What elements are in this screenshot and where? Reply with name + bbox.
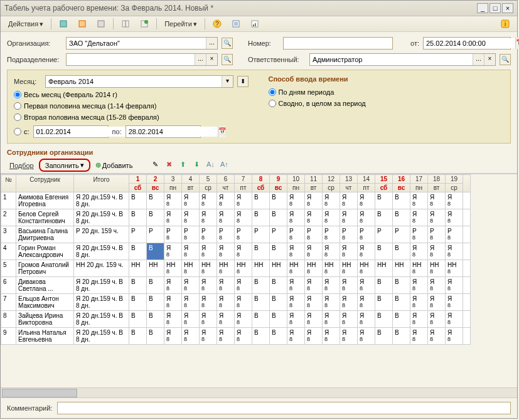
col-day-6[interactable]: 6чт [217,175,235,192]
cell-day[interactable]: Я8 [410,277,428,294]
col-day-4[interactable]: 4вт [182,175,200,192]
cell-day[interactable]: В [147,311,164,328]
cell-day[interactable]: Я8 [323,209,340,226]
cell-day[interactable]: Я8 [323,311,340,328]
cell-day[interactable]: Я8 [340,209,358,226]
cell-day[interactable]: Я8 [164,277,182,294]
col-day-17[interactable]: 17пн [410,175,428,192]
cell-day[interactable]: Р [252,226,270,243]
cell-day[interactable]: Р [393,226,410,243]
cell-day[interactable]: Я8 [358,311,375,328]
report-icon[interactable] [247,18,263,29]
cell-day[interactable]: Я8 [446,192,463,209]
cell-day[interactable]: Я8 [305,294,323,311]
cell-day[interactable]: Р [129,226,147,243]
toolbar-icon-2[interactable] [74,18,90,29]
col-day-8[interactable]: 8сб [252,175,270,192]
cell-day[interactable]: В [147,243,164,260]
cell-day[interactable]: Р8 [182,226,200,243]
cell-day[interactable]: Я8 [200,277,217,294]
cell-day[interactable]: НН8 [182,260,200,277]
table-row[interactable]: 2 Белов Сергей Константинович Я 20 дн.15… [1,209,471,226]
cell-day[interactable]: Я8 [217,277,235,294]
cell-day[interactable]: НН8 [305,260,323,277]
cell-day[interactable]: В [270,192,287,209]
cell-day[interactable]: Я8 [446,328,463,345]
cell-day[interactable]: В [375,243,393,260]
cell-day[interactable]: НН8 [340,260,358,277]
month-input-group[interactable]: ▾ [45,75,233,88]
cell-day[interactable]: Я8 [164,328,182,345]
table-row[interactable]: 1 Акимова Евгения Игоревна Я 20 дн.159 ч… [1,192,471,209]
cell-day[interactable]: Я8 [200,209,217,226]
cell-day[interactable]: Я8 [410,311,428,328]
cell-day[interactable]: Р8 [305,226,323,243]
maximize-icon[interactable]: □ [490,3,501,13]
cell-day[interactable]: Я8 [323,294,340,311]
cell-day[interactable]: Я8 [305,209,323,226]
cell-day[interactable]: Я8 [235,192,252,209]
cell-day[interactable]: Я8 [305,328,323,345]
cell-day[interactable]: В [270,311,287,328]
clear-icon[interactable]: × [484,54,495,65]
cell-day[interactable]: Я8 [200,294,217,311]
table-row[interactable]: 4 Горин Роман Александрович Я 20 дн.159 … [1,243,471,260]
cell-day[interactable]: Я8 [182,243,200,260]
cell-day[interactable]: В [375,328,393,345]
cell-day[interactable]: Я8 [340,243,358,260]
cell-day[interactable]: В [252,277,270,294]
minimize-icon[interactable]: _ [477,3,488,13]
cell-day[interactable]: В [270,243,287,260]
cell-day[interactable]: Я8 [358,243,375,260]
cell-day[interactable]: НН [252,260,270,277]
cell-day[interactable]: Я8 [428,294,446,311]
date-range-to-group[interactable]: 📅 [126,125,201,138]
cell-day[interactable]: В [252,209,270,226]
cell-day[interactable]: В [147,328,164,345]
col-day-9[interactable]: 9вс [270,175,287,192]
cell-day[interactable]: В [393,328,410,345]
cell-day[interactable]: Я8 [217,328,235,345]
cell-day[interactable]: Я8 [358,209,375,226]
cell-day[interactable]: НН [270,260,287,277]
cell-day[interactable]: Я8 [200,243,217,260]
col-day-3[interactable]: 3пн [164,175,182,192]
radio-summary[interactable]: Сводно, в целом за период [269,99,505,108]
calendar-icon[interactable]: 📅 [218,126,226,137]
comment-input[interactable] [57,402,511,414]
cell-day[interactable]: Я8 [235,209,252,226]
col-day-16[interactable]: 16вс [393,175,410,192]
cell-day[interactable]: В [252,294,270,311]
cell-day[interactable]: НН8 [164,260,182,277]
cell-day[interactable]: Я8 [358,277,375,294]
cell-day[interactable]: Я8 [428,192,446,209]
cell-day[interactable]: Р8 [358,226,375,243]
cell-day[interactable]: Я8 [217,209,235,226]
cell-day[interactable]: Я8 [446,243,463,260]
col-day-2[interactable]: 2вс [147,175,164,192]
cell-day[interactable]: Я8 [340,328,358,345]
month-input[interactable] [46,76,222,87]
date-range-from-group[interactable]: 📅 [33,125,109,138]
cell-day[interactable]: Я8 [410,209,428,226]
cell-day[interactable]: Я8 [323,277,340,294]
col-day-19[interactable]: 19ср [446,175,463,192]
toolbar-icon-5[interactable] [136,18,152,29]
cell-day[interactable]: В [147,192,164,209]
org-input-group[interactable]: ... [66,37,218,50]
cell-day[interactable]: Я8 [200,192,217,209]
cell-day[interactable]: Я8 [182,277,200,294]
col-day-1[interactable]: 1сб [129,175,147,192]
select-icon[interactable]: ... [473,54,484,65]
cell-day[interactable]: Р [270,226,287,243]
cell-day[interactable]: Р8 [446,226,463,243]
cell-day[interactable]: В [129,192,147,209]
cell-day[interactable]: В [375,294,393,311]
cell-day[interactable]: Я8 [446,294,463,311]
scroll-thumb[interactable] [2,389,77,397]
actions-menu[interactable]: Действия ▾ [4,19,47,29]
cell-day[interactable]: В [270,328,287,345]
cell-day[interactable]: В [375,277,393,294]
cell-day[interactable]: Я8 [164,311,182,328]
cell-day[interactable]: Р [147,226,164,243]
